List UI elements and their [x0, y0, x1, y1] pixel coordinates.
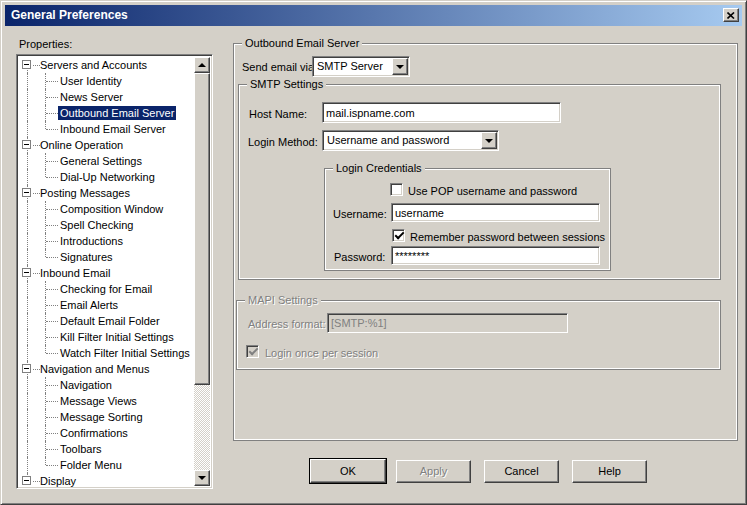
tree-collapse-icon[interactable] — [22, 364, 31, 373]
send-email-via-select[interactable]: SMTP Server — [312, 56, 410, 77]
tree-collapse-icon[interactable] — [22, 476, 31, 485]
tree-item[interactable]: Checking for Email — [19, 281, 194, 297]
tree-item[interactable]: News Server — [19, 89, 194, 105]
general-preferences-dialog: General Preferences Properties: Servers … — [0, 0, 747, 505]
password-input[interactable] — [391, 246, 600, 265]
username-input[interactable] — [391, 203, 600, 222]
tree-item[interactable]: General Settings — [19, 153, 194, 169]
login-method-dropdown-button[interactable] — [481, 132, 497, 149]
tree-connector-dash — [46, 289, 58, 290]
host-name-input[interactable] — [322, 102, 561, 123]
scroll-up-button[interactable] — [194, 57, 210, 73]
tree-item-label[interactable]: Dial-Up Networking — [58, 170, 157, 184]
use-pop-checkbox[interactable] — [390, 183, 403, 196]
tree-connector-line — [27, 329, 28, 345]
tree-item[interactable]: Introductions — [19, 233, 194, 249]
tree-item-label[interactable]: Spell Checking — [58, 218, 135, 232]
tree-connector-line — [27, 393, 28, 409]
tree-connector-line — [27, 169, 28, 185]
tree-item-label[interactable]: Inbound Email Server — [58, 122, 168, 136]
tree-item-label[interactable]: Checking for Email — [58, 282, 154, 296]
credentials-group-legend: Login Credentials — [333, 162, 425, 175]
tree-item[interactable]: Spell Checking — [19, 217, 194, 233]
tree-item-label[interactable]: Signatures — [58, 250, 115, 264]
tree-item-label[interactable]: Toolbars — [58, 442, 104, 456]
tree-item[interactable]: Inbound Email Server — [19, 121, 194, 137]
login-method-label: Login Method: — [248, 136, 318, 148]
tree-item[interactable]: Inbound Email — [19, 265, 194, 281]
tree-item[interactable]: Signatures — [19, 249, 194, 265]
tree-item-label[interactable]: Email Alerts — [58, 298, 120, 312]
remember-password-checkbox[interactable] — [392, 229, 405, 242]
ok-button[interactable]: OK — [310, 459, 386, 483]
tree-collapse-icon[interactable] — [22, 60, 31, 69]
tree-item[interactable]: Message Sorting — [19, 409, 194, 425]
properties-tree[interactable]: Servers and AccountsUser IdentityNews Se… — [16, 54, 213, 489]
tree-item-label[interactable]: Composition Window — [58, 202, 165, 216]
tree-connector-dash — [46, 337, 58, 338]
tree-connector-line — [45, 345, 46, 353]
mapi-settings-group: MAPI Settings Address format: Login once… — [236, 300, 721, 370]
tree-item[interactable]: Folder Menu — [19, 457, 194, 473]
login-method-select[interactable]: Username and password — [322, 130, 499, 151]
tree-item-label[interactable]: Message Views — [58, 394, 139, 408]
tree-item[interactable]: Navigation and Menus — [19, 361, 194, 377]
tree-item[interactable]: Default Email Folder — [19, 313, 194, 329]
tree-collapse-icon[interactable] — [22, 140, 31, 149]
tree-item[interactable]: Online Operation — [19, 137, 194, 153]
tree-item[interactable]: Navigation — [19, 377, 194, 393]
tree-item-label[interactable]: Navigation — [58, 378, 114, 392]
tree-item-label[interactable]: News Server — [58, 90, 125, 104]
tree-connector-dash — [46, 97, 58, 98]
tree-item[interactable]: Outbound Email Server — [19, 105, 194, 121]
send-via-dropdown-button[interactable] — [392, 58, 408, 75]
close-button[interactable] — [723, 8, 739, 22]
tree-item-label[interactable]: Introductions — [58, 234, 125, 248]
tree-connector-line — [45, 249, 46, 257]
tree-item-label[interactable]: Kill Filter Initial Settings — [58, 330, 176, 344]
tree-connector-line — [27, 457, 28, 473]
cancel-button[interactable]: Cancel — [484, 460, 559, 483]
remember-password-label[interactable]: Remember password between sessions — [410, 231, 605, 243]
tree-item-label[interactable]: Navigation and Menus — [38, 362, 151, 376]
tree-item-label[interactable]: Message Sorting — [58, 410, 145, 424]
tree-item-label[interactable]: User Identity — [58, 74, 124, 88]
ok-button-default-ring: OK — [309, 458, 387, 484]
tree-connector-line — [27, 425, 28, 441]
tree-item-label[interactable]: Inbound Email — [38, 266, 112, 280]
tree-item-label[interactable]: General Settings — [58, 154, 144, 168]
tree-item-label[interactable]: Watch Filter Initial Settings — [58, 346, 192, 360]
tree-item[interactable]: Dial-Up Networking — [19, 169, 194, 185]
tree-item[interactable]: Posting Messages — [19, 185, 194, 201]
tree-item[interactable]: Watch Filter Initial Settings — [19, 345, 194, 361]
tree-item[interactable]: Confirmations — [19, 425, 194, 441]
tree-item-label[interactable]: Online Operation — [38, 138, 125, 152]
tree-item-label[interactable]: Posting Messages — [38, 186, 132, 200]
tree-item[interactable]: Toolbars — [19, 441, 194, 457]
tree-scrollbar[interactable] — [194, 57, 210, 486]
tree-item-label[interactable]: Outbound Email Server — [58, 106, 176, 120]
tree-item[interactable]: Message Views — [19, 393, 194, 409]
tree-connector-line — [27, 281, 28, 297]
tree-item-label[interactable]: Default Email Folder — [58, 314, 162, 328]
tree-item[interactable]: Composition Window — [19, 201, 194, 217]
tree-item[interactable]: Kill Filter Initial Settings — [19, 329, 194, 345]
tree-item-label[interactable]: Servers and Accounts — [38, 58, 149, 72]
tree-item-label[interactable]: Folder Menu — [58, 458, 124, 472]
tree-item[interactable]: User Identity — [19, 73, 194, 89]
scrollbar-thumb[interactable] — [194, 73, 210, 385]
tree-item[interactable]: Servers and Accounts — [19, 57, 194, 73]
tree-item-label[interactable]: Confirmations — [58, 426, 130, 440]
tree-collapse-icon[interactable] — [22, 268, 31, 277]
tree-connector-dash — [46, 449, 58, 450]
address-format-label: Address format: — [248, 318, 326, 330]
tree-collapse-icon[interactable] — [22, 188, 31, 197]
tree-item-label[interactable]: Display — [38, 474, 78, 488]
help-button[interactable]: Help — [572, 460, 647, 483]
tree-item[interactable]: Display — [19, 473, 194, 489]
tree-item[interactable]: Email Alerts — [19, 297, 194, 313]
title-bar[interactable]: General Preferences — [5, 5, 742, 26]
tree-connector-line — [45, 457, 46, 465]
scroll-down-button[interactable] — [194, 470, 210, 486]
use-pop-label[interactable]: Use POP username and password — [408, 185, 577, 197]
